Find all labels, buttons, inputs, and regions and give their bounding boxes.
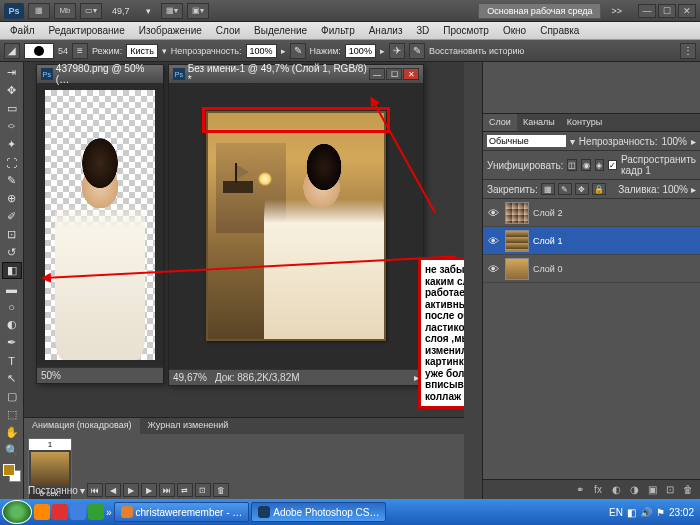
- lock-position-icon[interactable]: ✥: [575, 183, 589, 195]
- type-tool[interactable]: T: [2, 352, 22, 369]
- menu-layer[interactable]: Слои: [210, 23, 246, 38]
- blend-mode-select[interactable]: Обычные: [487, 135, 566, 147]
- propagate-checkbox[interactable]: ✓: [608, 160, 617, 170]
- mini-bridge-icon[interactable]: Mb: [54, 3, 76, 19]
- language-indicator[interactable]: EN: [609, 507, 623, 518]
- opacity-field[interactable]: 100%: [246, 44, 277, 58]
- tab-paths[interactable]: Контуры: [561, 114, 608, 131]
- tablet-size-icon[interactable]: ✎: [409, 43, 425, 59]
- new-layer-icon[interactable]: ⊡: [662, 483, 678, 497]
- workspace-more[interactable]: >>: [605, 6, 628, 16]
- blur-tool[interactable]: ○: [2, 298, 22, 315]
- foreground-color[interactable]: [3, 464, 15, 476]
- stamp-tool[interactable]: ⊡: [2, 226, 22, 243]
- close-icon[interactable]: ✕: [678, 4, 696, 18]
- lock-transparent-icon[interactable]: ▦: [541, 183, 555, 195]
- collapse-icon[interactable]: ⇥: [2, 64, 22, 81]
- history-brush-tool[interactable]: ↺: [2, 244, 22, 261]
- upper-panel-collapsed[interactable]: [483, 62, 700, 114]
- unify-style-icon[interactable]: ◈: [595, 159, 604, 171]
- clock[interactable]: 23:02: [669, 507, 694, 518]
- layer-thumbnail[interactable]: [505, 258, 529, 280]
- visibility-icon[interactable]: 👁: [485, 205, 501, 221]
- pen-tool[interactable]: ✒: [2, 334, 22, 351]
- first-frame-icon[interactable]: ⏮: [87, 483, 103, 497]
- gradient-tool[interactable]: ▬: [2, 280, 22, 297]
- collapsed-panel-strip[interactable]: [464, 62, 482, 499]
- delete-layer-icon[interactable]: 🗑: [680, 483, 696, 497]
- tab-channels[interactable]: Каналы: [517, 114, 561, 131]
- quick-launch-icon[interactable]: [52, 504, 68, 520]
- layer-row[interactable]: 👁 Слой 0: [483, 255, 700, 283]
- tray-icon[interactable]: 🔊: [640, 507, 652, 518]
- path-tool[interactable]: ↖: [2, 370, 22, 387]
- eyedropper-tool[interactable]: ✎: [2, 172, 22, 189]
- taskbar-app-1[interactable]: christaweremember - …: [114, 502, 250, 522]
- document-window-1[interactable]: Ps 437980.png @ 50% (… 50%: [36, 64, 164, 384]
- adjustment-layer-icon[interactable]: ◑: [626, 483, 642, 497]
- menu-window[interactable]: Окно: [497, 23, 532, 38]
- play-icon[interactable]: ▶: [123, 483, 139, 497]
- tab-animation[interactable]: Анимация (покадровая): [24, 418, 140, 434]
- lasso-tool[interactable]: ⌔: [2, 118, 22, 135]
- visibility-icon[interactable]: 👁: [485, 261, 501, 277]
- airbrush-icon[interactable]: ✈: [389, 43, 405, 59]
- brush-preview[interactable]: [24, 43, 54, 59]
- color-swatches[interactable]: [3, 464, 21, 482]
- tray-icon[interactable]: ◧: [627, 507, 636, 518]
- layer-row[interactable]: 👁 Слой 1: [483, 227, 700, 255]
- zoom-tool[interactable]: 🔍: [2, 442, 22, 459]
- doc-maximize-icon[interactable]: ☐: [386, 68, 402, 80]
- eraser-tool[interactable]: ◧: [2, 262, 22, 279]
- layer-mask-icon[interactable]: ◐: [608, 483, 624, 497]
- wand-tool[interactable]: ✦: [2, 136, 22, 153]
- start-button[interactable]: [2, 500, 32, 524]
- tablet-opacity-icon[interactable]: ✎: [290, 43, 306, 59]
- next-frame-icon[interactable]: ▶: [141, 483, 157, 497]
- 3d-tool[interactable]: ⬚: [2, 406, 22, 423]
- layer-thumbnail[interactable]: [505, 202, 529, 224]
- zoom-level[interactable]: 49,7: [106, 6, 136, 16]
- restore-history-label[interactable]: Восстановить историю: [429, 46, 524, 56]
- bridge-icon[interactable]: ▦: [28, 3, 50, 19]
- dodge-tool[interactable]: ◐: [2, 316, 22, 333]
- workspace-switcher[interactable]: Основная рабочая среда: [478, 3, 601, 19]
- document-window-2[interactable]: Ps Без имени-1 @ 49,7% (Слой 1, RGB/8) *…: [168, 64, 424, 386]
- layer-name[interactable]: Слой 1: [533, 236, 562, 246]
- doc-minimize-icon[interactable]: —: [369, 68, 385, 80]
- menu-help[interactable]: Справка: [534, 23, 585, 38]
- prev-frame-icon[interactable]: ◀: [105, 483, 121, 497]
- brush-tool[interactable]: ✐: [2, 208, 22, 225]
- layer-row[interactable]: 👁 Слой 2: [483, 199, 700, 227]
- maximize-icon[interactable]: ☐: [658, 4, 676, 18]
- menu-filter[interactable]: Фильтр: [315, 23, 361, 38]
- duplicate-frame-icon[interactable]: ⊡: [195, 483, 211, 497]
- marquee-tool[interactable]: ▭: [2, 100, 22, 117]
- tab-layers[interactable]: Слои: [483, 114, 517, 131]
- tool-preset-icon[interactable]: ◢: [4, 43, 20, 59]
- hand-tool[interactable]: ✋: [2, 424, 22, 441]
- unify-position-icon[interactable]: ◫: [567, 159, 577, 171]
- tray-icon[interactable]: ⚑: [656, 507, 665, 518]
- doc1-canvas[interactable]: [37, 83, 163, 367]
- menu-select[interactable]: Выделение: [248, 23, 313, 38]
- quick-launch-icon[interactable]: [70, 504, 86, 520]
- menu-view[interactable]: Просмотр: [437, 23, 495, 38]
- mode-select[interactable]: Кисть: [126, 44, 158, 58]
- lock-all-icon[interactable]: 🔒: [592, 183, 606, 195]
- tween-icon[interactable]: ⇄: [177, 483, 193, 497]
- screen-mode-icon[interactable]: ▣▾: [187, 3, 209, 19]
- menu-file[interactable]: Файл: [4, 23, 41, 38]
- crop-tool[interactable]: ⛶: [2, 154, 22, 171]
- unify-visibility-icon[interactable]: ◉: [581, 159, 590, 171]
- menu-analysis[interactable]: Анализ: [363, 23, 409, 38]
- move-tool[interactable]: ✥: [2, 82, 22, 99]
- delete-frame-icon[interactable]: 🗑: [213, 483, 229, 497]
- tab-history[interactable]: Журнал изменений: [140, 418, 237, 434]
- last-frame-icon[interactable]: ⏭: [159, 483, 175, 497]
- doc2-titlebar[interactable]: Ps Без имени-1 @ 49,7% (Слой 1, RGB/8) *…: [169, 65, 423, 83]
- link-layers-icon[interactable]: ⚭: [572, 483, 588, 497]
- doc2-zoom[interactable]: 49,67%: [173, 372, 207, 383]
- menu-edit[interactable]: Редактирование: [43, 23, 131, 38]
- menu-3d[interactable]: 3D: [410, 23, 435, 38]
